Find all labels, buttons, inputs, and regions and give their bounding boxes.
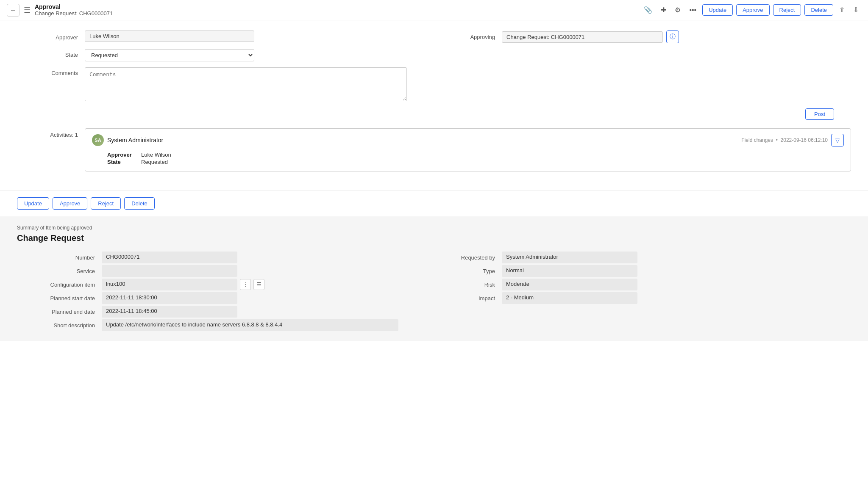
summary-requestedby-value: System Administrator: [502, 252, 637, 263]
activity-timestamp: 2022-09-16 06:12:10: [781, 137, 828, 143]
summary-row-2: Service Type Normal: [17, 265, 851, 277]
approving-label: Approving: [434, 34, 502, 40]
header-title: Approval Change Request: CHG0000071: [35, 3, 113, 17]
scroll-up-icon[interactable]: ⇧: [837, 4, 847, 16]
filter-button[interactable]: ▽: [831, 134, 844, 146]
approver-input[interactable]: [85, 30, 254, 42]
summary-row-1: Number CHG0000071 Requested by System Ad…: [17, 252, 851, 263]
summary-service-col: Service: [17, 265, 434, 277]
summary-configitem-value: lnux100: [102, 279, 237, 290]
activities-section: Activities: 1 SA System Administrator Fi…: [17, 128, 851, 171]
activity-meta: Field changes • 2022-09-16 06:12:10: [741, 137, 828, 143]
summary-shortdesc-label: Short description: [17, 322, 102, 329]
approver-label: Approver: [17, 32, 85, 41]
summary-row-4: Planned start date 2022-11-11 18:30:00 I…: [17, 292, 851, 304]
summary-enddate-col: Planned end date 2022-11-11 18:45:00: [17, 306, 434, 318]
approving-input[interactable]: [502, 31, 663, 43]
summary-enddate-label: Planned end date: [17, 309, 102, 315]
summary-type-label: Type: [434, 268, 502, 274]
activity-type: Field changes: [741, 137, 773, 143]
activity-fields: Approver Luke Wilson State Requested: [92, 152, 844, 165]
page-subtitle: Change Request: CHG0000071: [35, 10, 113, 17]
config-hierarchy-icon[interactable]: ⋮: [240, 279, 251, 290]
comments-textarea[interactable]: [85, 67, 407, 101]
header-approve-button[interactable]: Approve: [736, 4, 769, 16]
bottom-delete-button[interactable]: Delete: [124, 197, 155, 210]
summary-shortdesc-value: Update /etc/network/interfaces to includ…: [102, 319, 398, 331]
summary-service-label: Service: [17, 268, 102, 274]
summary-number-label: Number: [17, 254, 102, 261]
activity-field-value-approver: Luke Wilson: [141, 152, 171, 158]
header-reject-button[interactable]: Reject: [773, 4, 801, 16]
approving-col: Approving ⓘ: [434, 30, 851, 43]
activity-field-label-state: State: [107, 159, 141, 165]
info-button[interactable]: ⓘ: [666, 30, 679, 43]
summary-title: Change Request: [17, 233, 851, 243]
activity-user: SA System Administrator: [92, 134, 163, 146]
header-update-button[interactable]: Update: [702, 4, 733, 16]
summary-row-3: Configuration item lnux100 ⋮ ☰ Risk Mode…: [17, 279, 851, 290]
more-icon[interactable]: •••: [687, 5, 699, 16]
summary-risk-col: Risk Moderate: [434, 279, 851, 290]
summary-risk-label: Risk: [434, 282, 502, 288]
summary-number-col: Number CHG0000071: [17, 252, 434, 263]
activities-label: Activities: 1: [17, 128, 85, 138]
summary-requestedby-col: Requested by System Administrator: [434, 252, 851, 263]
activity-field-value-state: Requested: [141, 159, 168, 165]
summary-risk-value: Moderate: [502, 279, 637, 290]
hamburger-icon[interactable]: ☰: [24, 6, 31, 15]
activity-field-approver: Approver Luke Wilson: [107, 152, 844, 158]
header: ← ☰ Approval Change Request: CHG0000071 …: [0, 0, 868, 20]
config-list-icon[interactable]: ☰: [253, 279, 264, 290]
attachment-icon[interactable]: 📎: [641, 4, 655, 16]
comments-field: [85, 67, 851, 102]
bottom-actions: Update Approve Reject Delete: [0, 190, 868, 216]
summary-section-label: Summary of Item being approved: [17, 225, 851, 231]
approver-col: Approver: [17, 30, 434, 42]
summary-configitem-col: Configuration item lnux100 ⋮ ☰: [17, 279, 434, 290]
summary-type-value: Normal: [502, 265, 637, 277]
avatar: SA: [92, 134, 104, 146]
comments-row: Comments: [17, 67, 851, 102]
config-item-row: lnux100 ⋮ ☰: [102, 279, 264, 290]
state-field: Requested Approved Rejected: [85, 49, 851, 61]
activity-header: SA System Administrator Field changes • …: [92, 134, 844, 146]
plus-icon[interactable]: ✚: [658, 4, 669, 16]
summary-startdate-label: Planned start date: [17, 295, 102, 301]
summary-impact-value: 2 - Medium: [502, 292, 637, 304]
comments-label: Comments: [17, 67, 85, 76]
main-form: Approver Approving ⓘ State Requested App…: [0, 20, 868, 190]
bottom-update-button[interactable]: Update: [17, 197, 49, 210]
activities-content: SA System Administrator Field changes • …: [85, 128, 851, 171]
summary-row-6: Short description Update /etc/network/in…: [17, 319, 851, 331]
header-actions: 📎 ✚ ⚙ ••• Update Approve Reject Delete ⇧…: [641, 4, 861, 16]
summary-row-5: Planned end date 2022-11-11 18:45:00: [17, 306, 851, 318]
summary-configitem-label: Configuration item: [17, 282, 102, 288]
state-label: State: [17, 49, 85, 58]
summary-service-value: [102, 265, 237, 277]
post-row: Post: [17, 108, 851, 120]
summary-number-value: CHG0000071: [102, 252, 237, 263]
state-row: State Requested Approved Rejected: [17, 49, 851, 61]
header-delete-button[interactable]: Delete: [804, 4, 833, 16]
activity-field-label-approver: Approver: [107, 152, 141, 158]
approver-row: Approver Approving ⓘ: [17, 30, 851, 43]
state-select[interactable]: Requested Approved Rejected: [85, 49, 254, 61]
summary-startdate-col: Planned start date 2022-11-11 18:30:00: [17, 292, 434, 304]
summary-empty-right: [434, 306, 851, 318]
header-left: ← ☰ Approval Change Request: CHG0000071: [7, 3, 113, 17]
summary-requestedby-label: Requested by: [434, 254, 502, 261]
activity-field-state: State Requested: [107, 159, 844, 165]
bottom-approve-button[interactable]: Approve: [53, 197, 87, 210]
back-button[interactable]: ←: [7, 4, 19, 17]
summary-impact-label: Impact: [434, 295, 502, 301]
summary-enddate-value: 2022-11-11 18:45:00: [102, 306, 237, 318]
scroll-down-icon[interactable]: ⇩: [851, 4, 861, 16]
settings-icon[interactable]: ⚙: [672, 4, 683, 16]
page-title: Approval: [35, 3, 113, 10]
summary-section: Summary of Item being approved Change Re…: [0, 216, 868, 341]
post-button[interactable]: Post: [805, 108, 834, 120]
bottom-reject-button[interactable]: Reject: [91, 197, 121, 210]
summary-shortdesc-col: Short description Update /etc/network/in…: [17, 319, 851, 331]
activities-row: Activities: 1 SA System Administrator Fi…: [17, 128, 851, 171]
